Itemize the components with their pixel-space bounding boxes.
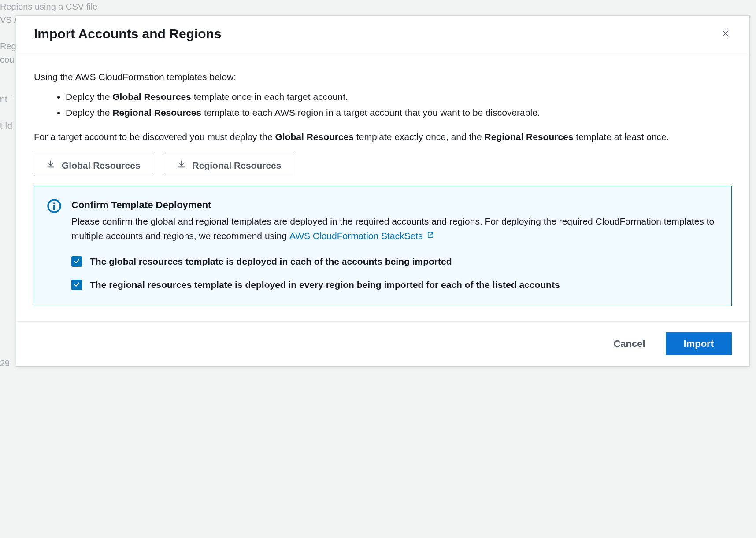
modal-body: Using the AWS CloudFormation templates b… [16, 53, 749, 321]
svg-rect-2 [53, 203, 55, 204]
close-icon [721, 29, 730, 40]
intro-text: Using the AWS CloudFormation templates b… [34, 70, 732, 85]
bullet-bold: Regional Resources [112, 107, 201, 118]
svg-rect-1 [53, 205, 55, 210]
button-label: Global Resources [62, 160, 141, 171]
bullet-text: template once in each target account. [191, 92, 348, 102]
cancel-button[interactable]: Cancel [605, 334, 653, 354]
check-label-global[interactable]: The global resources template is deploye… [90, 254, 452, 269]
info-title: Confirm Template Deployment [71, 198, 719, 213]
download-icon [177, 159, 186, 171]
modal-header: Import Accounts and Regions [16, 16, 749, 53]
bullet-item: Deploy the Global Resources template onc… [66, 90, 732, 104]
info-content: Confirm Template Deployment Please confi… [71, 198, 719, 292]
info-box: Confirm Template Deployment Please confi… [34, 186, 732, 306]
import-modal: Import Accounts and Regions Using the AW… [16, 15, 750, 366]
check-label-regional[interactable]: The regional resources template is deplo… [90, 278, 560, 292]
check-icon [73, 254, 80, 269]
check-row-regional: The regional resources template is deplo… [71, 278, 719, 292]
bullet-item: Deploy the Regional Resources template t… [66, 106, 732, 120]
confirmation-checks: The global resources template is deploye… [71, 254, 719, 292]
external-link-icon [426, 229, 434, 243]
check-row-global: The global resources template is deploye… [71, 254, 719, 269]
modal-title: Import Accounts and Regions [34, 26, 222, 41]
bullet-text: Deploy the [66, 107, 112, 118]
link-label: AWS CloudFormation StackSets [289, 229, 423, 243]
stacksets-link[interactable]: AWS CloudFormation StackSets [289, 229, 434, 243]
close-button[interactable] [719, 28, 732, 40]
checkbox-regional[interactable] [71, 280, 82, 290]
button-label: Regional Resources [193, 160, 282, 171]
checkbox-global[interactable] [71, 256, 82, 267]
download-icon [46, 159, 56, 171]
description-text: For a target account to be discovered yo… [34, 130, 732, 144]
template-buttons-row: Global Resources Regional Resources [34, 155, 732, 176]
check-icon [73, 278, 80, 292]
bullet-bold: Global Resources [112, 92, 191, 102]
modal-footer: Cancel Import [16, 321, 749, 366]
info-icon [47, 199, 62, 214]
info-text: Please confirm the global and regional t… [71, 214, 719, 243]
bullet-list: Deploy the Global Resources template onc… [66, 90, 732, 120]
global-resources-button[interactable]: Global Resources [34, 155, 152, 176]
import-button[interactable]: Import [666, 332, 732, 355]
bullet-text: template to each AWS region in a target … [201, 107, 540, 118]
regional-resources-button[interactable]: Regional Resources [165, 155, 293, 176]
bullet-text: Deploy the [66, 92, 112, 102]
